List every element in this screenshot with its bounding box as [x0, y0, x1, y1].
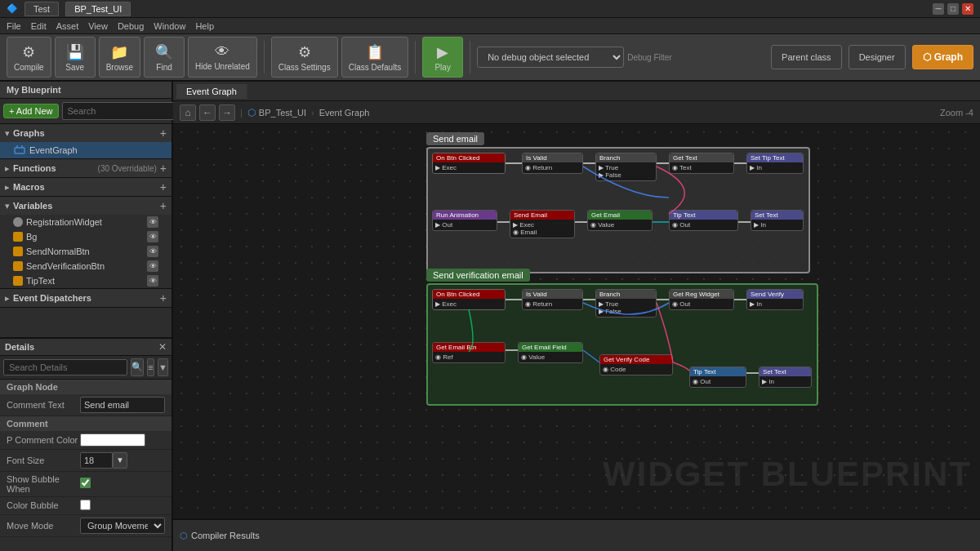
send-verification-comment-box[interactable]: On Btn Clicked ▶ Exec Is Valid ◉ Return … [426, 283, 818, 406]
functions-section-header[interactable]: ▸ Functions (30 Overridable) + [0, 159, 172, 177]
var-tip-text-eye[interactable]: 👁 [147, 275, 158, 287]
node-send-email[interactable]: Send Email ▶ Exec ◉ Email [510, 210, 575, 238]
show-bubble-checkbox[interactable] [80, 478, 91, 488]
breadcrumb-back-button[interactable]: ← [199, 104, 216, 121]
node-set-tip-top[interactable]: Set Tip Text ▶ In [746, 153, 804, 174]
details-list-view-btn[interactable]: ≡ [147, 358, 154, 376]
node-get-verify-code[interactable]: Get Verify Code ◉ Code [599, 354, 673, 375]
var-send-normal-btn[interactable]: SendNormalBtn 👁 [0, 244, 172, 259]
font-size-input[interactable] [80, 452, 113, 469]
node-on-verify-click[interactable]: On Btn Clicked ▶ Exec [432, 289, 506, 310]
maximize-button[interactable]: □ [947, 3, 959, 15]
node-get-text[interactable]: Get Text ◉ Text [669, 153, 734, 174]
var-bg[interactable]: Bg 👁 [0, 229, 172, 244]
tab-bp-test-ui[interactable]: BP_Test_UI [65, 2, 131, 16]
node-run-anim[interactable]: Run Animation ▶ Out [432, 210, 497, 231]
menu-view[interactable]: View [88, 21, 108, 31]
var-bg-eye[interactable]: 👁 [147, 231, 158, 242]
graph-canvas[interactable]: Send email On Btn Clicked ▶ Exec Is Vali… [173, 124, 980, 518]
node-is-valid-verify[interactable]: Is Valid ◉ Return [522, 289, 583, 310]
event-graph-label: EventGraph [29, 145, 78, 155]
event-graph-tab[interactable]: Event Graph [176, 84, 247, 99]
play-button[interactable]: ▶ Play [422, 37, 463, 78]
comment-color-row: P Comment Color [0, 431, 172, 450]
node-tip-text-verify[interactable]: Tip Text ◉ Out [689, 367, 746, 388]
details-close-button[interactable]: ✕ [158, 341, 167, 353]
node-branch-top[interactable]: Branch ▶ True ▶ False [595, 153, 657, 181]
graphs-add-button[interactable]: + [160, 127, 167, 140]
close-button[interactable]: ✕ [962, 3, 973, 15]
class-settings-button[interactable]: ⚙ Class Settings [271, 37, 338, 78]
class-defaults-button[interactable]: 📋 Class Defaults [341, 37, 408, 78]
color-bubble-checkbox[interactable] [80, 500, 91, 510]
node-on-btn-click[interactable]: On Btn Clicked ▶ Exec [432, 153, 506, 174]
compiler-results-tab[interactable]: ⬡ Compiler Results [180, 531, 260, 541]
var-send-verification-eye[interactable]: 👁 [147, 260, 158, 272]
hide-unrelated-button[interactable]: 👁 Hide Unrelated [188, 37, 257, 78]
compile-button[interactable]: ⚙ Compile [7, 37, 51, 78]
node-get-reg-widget[interactable]: Get Reg Widget ◉ Out [669, 289, 734, 310]
send-email-comment-box[interactable]: On Btn Clicked ▶ Exec Is Valid ◉ Return … [426, 147, 810, 273]
details-search-input[interactable] [3, 359, 127, 375]
breadcrumb-forward-button[interactable]: → [219, 104, 235, 121]
debug-object-selector[interactable]: No debug object selected [477, 47, 624, 68]
variables-add-button[interactable]: + [160, 199, 167, 212]
add-new-button[interactable]: + Add New [3, 104, 59, 118]
node-set-tip-top-header: Set Tip Text [747, 153, 803, 162]
breadcrumb-home-button[interactable]: ⌂ [180, 104, 196, 121]
move-mode-select[interactable]: Group Movement [80, 518, 165, 534]
breadcrumb-blueprint-item[interactable]: ⬡ BP_Test_UI [247, 107, 306, 118]
font-size-dropdown[interactable]: ▼ [113, 452, 127, 469]
node-set-text-top[interactable]: Set Text ▶ In [751, 210, 804, 231]
variables-section-header[interactable]: ▾ Variables + [0, 197, 172, 215]
node-get-email-field[interactable]: Get Email Field ◉ Value [518, 342, 583, 363]
comment-color-swatch[interactable] [80, 433, 145, 447]
event-graph-item[interactable]: EventGraph [0, 142, 172, 158]
menu-debug[interactable]: Debug [118, 21, 144, 31]
node-get-email-top[interactable]: Get Email ◉ Value [587, 210, 653, 231]
details-filter-btn[interactable]: ▼ [158, 358, 168, 376]
parent-class-button[interactable]: Parent class [771, 45, 842, 69]
blueprint-breadcrumb-name: BP_Test_UI [259, 108, 306, 118]
node-set-text-verify[interactable]: Set Text ▶ In [759, 367, 812, 388]
breadcrumb: ⌂ ← → | ⬡ BP_Test_UI › Event Graph Zoom … [173, 101, 980, 124]
blueprint-search-input[interactable] [62, 102, 186, 120]
breadcrumb-graph-item[interactable]: Event Graph [319, 108, 370, 118]
left-panel-scroll[interactable]: ▾ Graphs + EventGraph ▸ Functions (30 Ov… [0, 124, 172, 337]
node-get-email-verify[interactable]: Get Email Btn ◉ Ref [432, 342, 506, 363]
menu-edit[interactable]: Edit [31, 21, 47, 31]
var-send-verification-btn[interactable]: SendVerificationBtn 👁 [0, 259, 172, 273]
tab-test[interactable]: Test [24, 2, 59, 16]
var-registration-widget[interactable]: RegistrationWidget 👁 [0, 215, 172, 229]
find-button[interactable]: 🔍 Find [144, 37, 185, 78]
macros-add-button[interactable]: + [160, 180, 167, 193]
menu-window[interactable]: Window [154, 21, 185, 31]
send-verification-comment-container: Send verification email On Btn Clicked ▶… [426, 269, 818, 406]
browse-button[interactable]: 📁 Browse [99, 37, 140, 78]
graph-button[interactable]: ⬡ Graph [912, 45, 973, 69]
font-size-value: ▼ [80, 452, 165, 469]
comment-text-input[interactable] [80, 397, 165, 413]
menu-help[interactable]: Help [195, 21, 214, 31]
node-send-verify-email[interactable]: Send Verify ▶ In [746, 289, 804, 310]
save-button[interactable]: 💾 Save [55, 37, 96, 78]
macros-section-header[interactable]: ▸ Macros + [0, 178, 172, 196]
event-dispatchers-add-button[interactable]: + [160, 291, 167, 304]
functions-add-button[interactable]: + [160, 162, 167, 175]
details-search-icon-btn[interactable]: 🔍 [131, 358, 144, 376]
menu-asset[interactable]: Asset [56, 21, 79, 31]
event-dispatchers-header[interactable]: ▸ Event Dispatchers + [0, 289, 172, 307]
designer-button[interactable]: Designer [849, 45, 906, 69]
node-tip-text-var[interactable]: Tip Text ◉ Out [669, 210, 738, 231]
pin-email-field-val: ◉ Value [521, 353, 580, 361]
minimize-button[interactable]: ─ [933, 3, 944, 15]
menu-file[interactable]: File [7, 21, 21, 31]
save-icon: 💾 [66, 43, 84, 61]
graphs-section-header[interactable]: ▾ Graphs + [0, 124, 172, 142]
node-branch-verify[interactable]: Branch ▶ True ▶ False [595, 289, 657, 318]
var-tip-text[interactable]: TipText 👁 [0, 273, 172, 288]
node-is-valid[interactable]: Is Valid ◉ Return [522, 153, 583, 174]
node-get-text-header: Get Text [670, 153, 733, 162]
var-send-normal-eye[interactable]: 👁 [147, 246, 158, 257]
var-registration-widget-eye[interactable]: 👁 [147, 216, 158, 228]
